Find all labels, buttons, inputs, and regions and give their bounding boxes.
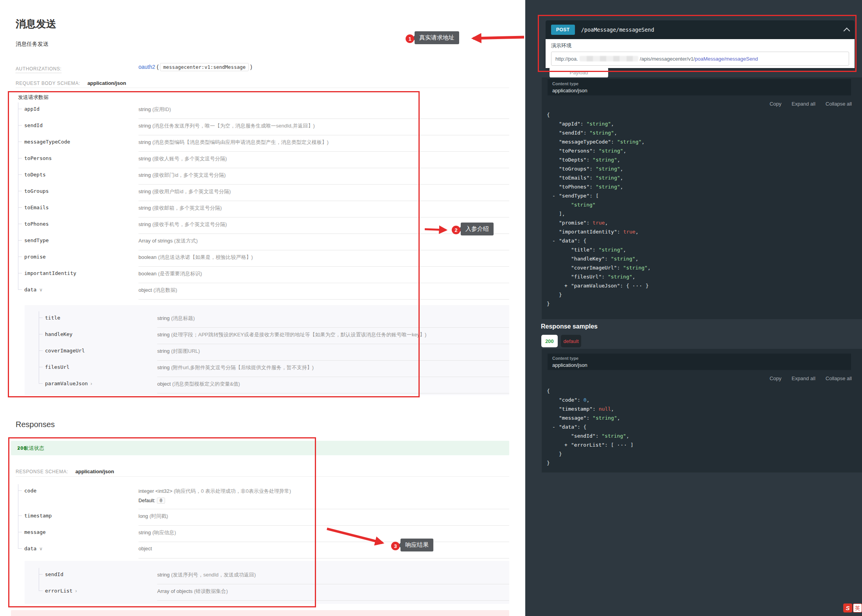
field-name: paramValueJson›	[45, 381, 92, 386]
tab-response-default[interactable]: default	[561, 335, 581, 347]
ime-logo[interactable]: S	[843, 603, 852, 612]
doc-left-panel: 消息发送 消息任务发送 AUTHORIZATIONS: oauth2 ( mes…	[0, 0, 525, 616]
collapse-chevron-icon[interactable]: ∨	[39, 287, 43, 293]
code-line: "handleKey": "string",	[542, 254, 862, 263]
data-fields-table: titlestring (消息标题)handleKeystring (处理字段；…	[36, 311, 509, 393]
field-row-filesUrl: filesUrlstring (附件url,多附件英文逗号分隔【后续提供文件服务…	[36, 361, 509, 377]
expand-all-button[interactable]: Expand all	[792, 375, 815, 381]
redacted-url-segment	[580, 56, 638, 61]
code-line: "messageTypeCode": "string",	[542, 137, 862, 146]
chevron-up-icon[interactable]	[844, 28, 850, 34]
field-description: string (发送序列号，sendId，发送成功返回)	[157, 568, 509, 584]
api-doc-page: 消息发送 消息任务发送 AUTHORIZATIONS: oauth2 ( mes…	[0, 0, 862, 616]
code-line: ],	[542, 209, 862, 218]
field-row-code: codeinteger <int32> (响应代码，0 表示处理成功，非0表示业…	[16, 484, 509, 509]
field-row-promise: promiseboolean (消息送达承诺【如果是，校验比较严格】)	[16, 250, 509, 267]
field-row-importantIdentity: importantIdentityboolean (是否重要消息标识)	[16, 267, 509, 283]
request-sample-json: {"appId": "string","sendId": "string","m…	[542, 110, 862, 308]
url-prefix: http://poa.	[555, 56, 578, 62]
sample-actions: Copy Expand all Collapse all	[770, 101, 852, 107]
field-description: string (消息类型编码【消息类型编码由应用申请消息类型产生，消息类型定义模…	[138, 135, 509, 152]
response-default-bar[interactable]	[11, 610, 509, 616]
field-row-toDepts: toDeptsstring (接收部门id，多个英文逗号分隔)	[16, 168, 509, 185]
expand-chevron-icon[interactable]: ›	[91, 381, 92, 386]
field-row-data: data∨object	[16, 542, 509, 559]
tab-response-200[interactable]: 200	[541, 335, 558, 347]
request-section-title: 发送请求数据	[18, 94, 48, 101]
copy-button[interactable]: Copy	[770, 375, 781, 381]
copy-button[interactable]: Copy	[770, 101, 781, 107]
code-line: +"errorList": [ ··· ]	[542, 440, 862, 449]
field-description: string (封面图URL)	[157, 344, 509, 361]
field-description: Array of strings (发送方式)	[138, 234, 509, 250]
code-line: "promise": true,	[542, 218, 862, 227]
expand-all-button[interactable]: Expand all	[792, 101, 815, 107]
paren-close: )	[250, 64, 252, 70]
response-sample-block: Content type application/json Copy Expan…	[542, 349, 862, 472]
expand-chevron-icon[interactable]: ›	[75, 588, 77, 594]
field-default: Default:0	[138, 497, 509, 504]
field-name: filesUrl	[45, 364, 70, 370]
code-line: "appId": "string",	[542, 119, 862, 128]
server-url-input[interactable]: http://poa. /apis/messagecenter/v1/poaMe…	[551, 52, 849, 66]
authorizations-label: AUTHORIZATIONS:	[16, 66, 61, 73]
field-description: string (接收人账号，多个英文逗号分隔)	[138, 152, 509, 168]
field-name: errorList›	[45, 588, 77, 594]
annotation-badge-1: 1	[406, 34, 414, 43]
field-row-coverImageUrl: coverImageUrlstring (封面图URL)	[36, 344, 509, 361]
annotation-label-3: 响应结果	[400, 539, 433, 551]
field-name: handleKey	[45, 331, 72, 337]
collapse-all-button[interactable]: Collapse all	[826, 375, 852, 381]
field-row-handleKey: handleKeystring (处理字段；APP跳转预设的KEY或者是接收方要…	[36, 328, 509, 344]
content-type-value: application/json	[552, 88, 846, 93]
field-description: string (接收邮箱，多个英文逗号分隔)	[138, 201, 509, 217]
divider	[16, 476, 509, 477]
content-type-label: Content type	[552, 81, 846, 86]
field-description: object (消息类型模板定义的变量&值)	[157, 377, 509, 393]
field-name: toDepts	[24, 172, 46, 178]
collapse-chevron-icon[interactable]: ∨	[39, 546, 43, 551]
code-line: -"data": {	[542, 236, 862, 245]
code-line: -"sendType": [	[542, 191, 862, 200]
response-sample-json: {"code": 0,"timestamp": null,"message": …	[542, 386, 862, 467]
ime-indicator[interactable]: S 英	[843, 603, 862, 612]
field-description: string (附件url,多附件英文逗号分隔【后续提供文件服务，暂不支持】)	[157, 361, 509, 377]
field-name: timestamp	[24, 513, 52, 519]
field-name: toEmails	[24, 205, 49, 210]
code-line: "toDepts": "string",	[542, 155, 862, 164]
authorizations-row: AUTHORIZATIONS:	[16, 65, 61, 72]
field-row-toGroups: toGroupsstring (接收用户组id，多个英文逗号分隔)	[16, 185, 509, 201]
url-path-link[interactable]: poaMessage/messageSend	[695, 56, 758, 62]
json-expand-icon[interactable]: +	[564, 440, 571, 449]
json-collapse-icon[interactable]: -	[552, 422, 559, 431]
annotation-label-2: 入参介绍	[461, 223, 494, 235]
field-row-errorList: errorList›Array of objects (错误数据集合)	[36, 584, 509, 601]
payload-tab[interactable]: Payload	[550, 66, 608, 78]
code-line: }	[542, 449, 862, 458]
field-row-message: messagestring (响应信息)	[16, 526, 509, 542]
json-expand-icon[interactable]: +	[564, 281, 571, 290]
ime-language-toggle[interactable]: 英	[853, 603, 862, 612]
code-line: "toPhones": "string",	[542, 182, 862, 191]
response-schema-type: application/json	[75, 469, 114, 474]
authorizations-value: oauth2 ( messagecenter:v1:sendMessage )	[138, 64, 252, 70]
code-line: -"data": {	[542, 422, 862, 431]
request-fields-table: appIdstring (应用ID)sendIdstring (消息任务发送序列…	[16, 102, 509, 300]
oauth2-link[interactable]: oauth2	[138, 64, 155, 70]
annotation-label-1: 真实请求地址	[415, 31, 459, 44]
code-line: +"paramValueJson": { ··· }	[542, 281, 862, 290]
code-line: "code": 0,	[542, 395, 862, 404]
response-200-bar[interactable]: ∨ 200 发送状态	[11, 441, 509, 455]
collapse-all-button[interactable]: Collapse all	[826, 101, 852, 107]
field-row-data: data∨object (消息数据)	[16, 283, 509, 300]
json-collapse-icon[interactable]: -	[552, 191, 559, 200]
field-row-messageTypeCode: messageTypeCodestring (消息类型编码【消息类型编码由应用申…	[16, 135, 509, 152]
field-row-sendId: sendIdstring (发送序列号，sendId，发送成功返回)	[36, 568, 509, 584]
code-line: }	[542, 299, 862, 308]
json-collapse-icon[interactable]: -	[552, 236, 559, 245]
request-endpoint-header[interactable]: POST /poaMessage/messageSend	[546, 20, 855, 39]
response-schema-label: RESPONSE SCHEMA:	[16, 469, 68, 474]
field-description: string (消息任务发送序列号，唯一【为空，消息服务生成唯一sendId,并…	[138, 119, 509, 135]
field-row-title: titlestring (消息标题)	[36, 311, 509, 328]
request-schema-row: REQUEST BODY SCHEMA: application/json	[16, 79, 126, 86]
